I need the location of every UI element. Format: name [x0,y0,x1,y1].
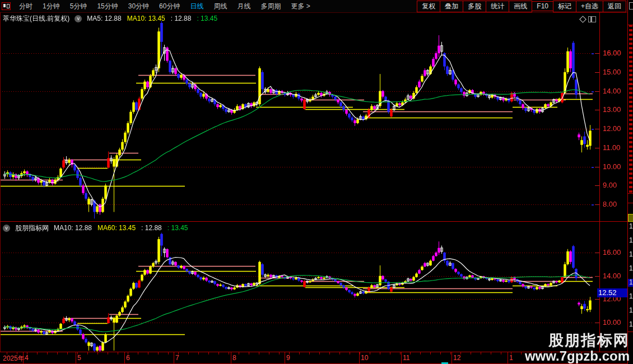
toolbar-button-叠加[interactable]: 叠加 [440,1,463,12]
timeframe-月线[interactable]: 月线 [232,1,255,12]
axis-tick [595,167,599,167]
month-boundary [359,352,360,363]
ma-label: : 13.45 [197,15,217,22]
price-axis-label: 11.00 [603,143,625,152]
date-minor-tick [400,352,401,354]
toolbar-button-复权[interactable]: 复权 [417,1,440,12]
date-minor-tick [87,352,88,354]
date-minor-tick [259,352,259,354]
date-minor-tick [229,352,229,354]
month-label: 7 [175,354,179,362]
timeframe-分时[interactable]: 分时 [14,1,38,12]
date-minor-tick [339,352,340,354]
month-boundary [508,352,508,363]
axis-tick [595,323,599,323]
toolbar-button-画线[interactable]: 画线 [509,1,532,12]
price-axis-label: 10.00 [603,318,625,326]
strip-digit: 1 [629,278,633,286]
strip-digit: 1 [629,250,633,258]
left-frame-border [0,12,1,363]
watermark: 股朋指标网 www.7gpzb.com [525,333,630,363]
split-window-icon[interactable] [588,16,596,22]
date-minor-tick [118,352,118,354]
toolbar-button-返回[interactable]: 返回 [603,1,626,12]
date-minor-tick [380,352,380,354]
month-boundary [76,352,76,363]
ma-label: : 12.88 [141,224,162,232]
strip-digit: 1 [629,236,633,244]
date-minor-tick [501,352,501,354]
axis-tick [595,204,599,205]
month-boundary [124,352,125,363]
year-label: 2025年 [3,354,25,363]
date-minor-tick [481,352,481,354]
date-minor-tick [37,352,38,354]
strip-icon-fragment [629,2,633,10]
axis-tick [595,253,599,253]
timeframe-日线[interactable]: 日线 [185,1,208,12]
strip-vertical-text [629,25,632,193]
date-minor-tick [360,352,360,354]
main-price-chart-canvas[interactable] [0,12,594,221]
toolbar-actions: 复权叠加多股统计画线F10标记+自选返回 [417,1,626,12]
date-minor-tick [471,352,471,354]
timeframe-15分钟[interactable]: 15分钟 [92,1,123,12]
ma-label: MA10: 13.45 [127,15,165,22]
date-minor-tick [390,352,390,354]
timeframe-60分钟[interactable]: 60分钟 [154,1,185,12]
date-minor-tick [158,352,159,354]
collapse-chevron-icon[interactable]: v [75,15,82,22]
panel2-ma-values: MA10: 12.88MA60: 13.45: 12.88: 13.45 [54,224,194,232]
timeframe-5分钟[interactable]: 5分钟 [65,1,92,12]
date-minor-tick [97,352,98,354]
toolbar-button-统计[interactable]: 统计 [486,1,509,12]
toolbar-button-+自选[interactable]: +自选 [576,1,603,12]
timeframe-周线[interactable]: 周线 [208,1,232,12]
price-axis-label: 10.00 [603,162,625,171]
watermark-url: www.7gpzb.com [525,349,630,363]
timeframe-1分钟[interactable]: 1分钟 [38,1,65,12]
panel-divider[interactable] [0,221,627,222]
toolbar-button-F10[interactable]: F10 [532,1,553,11]
month-label: 4 [25,354,29,362]
month-label: 1 [509,354,513,362]
date-minor-tick [410,352,411,354]
toolbar-button-多股[interactable]: 多股 [463,1,486,12]
collapse-chevron-icon2[interactable]: v [3,225,10,232]
timeframe-30分钟[interactable]: 30分钟 [123,1,154,12]
panel2-header: v 股朋指标网 MA10: 12.88MA60: 13.45: 12.88: 1… [3,223,194,232]
chart-application: 分时1分钟5分钟15分钟30分钟60分钟日线周线月线多周期更多 > 复权叠加多股… [0,0,633,364]
right-sidebar-strip[interactable]: 11111111 [627,0,633,364]
month-boundary [231,352,231,363]
split-view-icon[interactable] [2,2,11,10]
axis-tick [595,129,599,129]
price-axis-label: 12.00 [603,124,625,133]
date-minor-tick [299,352,300,354]
timeframe-多周期[interactable]: 多周期 [255,1,286,12]
toolbar-button-标记[interactable]: 标记 [553,1,576,12]
date-minor-tick [450,352,451,354]
date-minor-tick [269,352,269,354]
date-minor-tick [319,352,320,354]
month-label: 11 [403,354,409,362]
watermark-site-name: 股朋指标网 [525,333,630,348]
axis-tick [595,72,599,73]
date-minor-tick [350,352,350,354]
indicator-chart-canvas[interactable] [0,232,594,352]
strip-digit: 1 [629,306,633,314]
gridline-marker [592,167,594,168]
axis-tick [595,91,599,92]
date-minor-tick [239,352,239,354]
price-axis-label: 14.00 [603,87,625,95]
price-axis-label: 8.00 [603,200,625,208]
month-label: 10 [361,354,368,362]
date-minor-tick [521,352,522,354]
strip-digit: 1 [629,320,633,328]
month-label: 8 [232,354,236,362]
ma-label: : 13.45 [167,224,188,232]
ma-label: MA10: 12.88 [54,224,92,232]
date-minor-tick [138,352,138,354]
timeframe-更多 >[interactable]: 更多 > [286,1,315,12]
date-minor-tick [188,352,189,354]
date-minor-tick [17,352,17,354]
